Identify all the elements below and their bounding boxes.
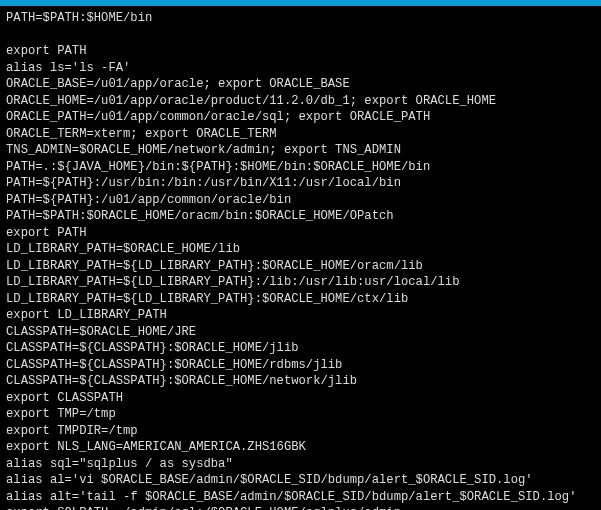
- terminal-line: ORACLE_TERM=xterm; export ORACLE_TERM: [6, 126, 595, 143]
- terminal-line: export SQLPATH=~/admin/sql:/$ORACLE_HOME…: [6, 505, 595, 510]
- terminal-line: CLASSPATH=${CLASSPATH}:$ORACLE_HOME/rdbm…: [6, 357, 595, 374]
- terminal-window: PATH=$PATH:$HOME/binexport PATHalias ls=…: [0, 0, 601, 510]
- terminal-line: alias alt='tail -f $ORACLE_BASE/admin/$O…: [6, 489, 595, 506]
- terminal-line: export PATH: [6, 43, 595, 60]
- terminal-line: export TMPDIR=/tmp: [6, 423, 595, 440]
- terminal-line: PATH=${PATH}:/u01/app/common/oracle/bin: [6, 192, 595, 209]
- terminal-line: LD_LIBRARY_PATH=$ORACLE_HOME/lib: [6, 241, 595, 258]
- terminal-line: export CLASSPATH: [6, 390, 595, 407]
- terminal-line: PATH=${PATH}:/usr/bin:/bin:/usr/bin/X11:…: [6, 175, 595, 192]
- terminal-line: ORACLE_HOME=/u01/app/oracle/product/11.2…: [6, 93, 595, 110]
- terminal-line: CLASSPATH=${CLASSPATH}:$ORACLE_HOME/jlib: [6, 340, 595, 357]
- terminal-line: export NLS_LANG=AMERICAN_AMERICA.ZHS16GB…: [6, 439, 595, 456]
- terminal-line: alias ls='ls -FA': [6, 60, 595, 77]
- terminal-line: export PATH: [6, 225, 595, 242]
- terminal-line: CLASSPATH=$ORACLE_HOME/JRE: [6, 324, 595, 341]
- terminal-line: alias sql="sqlplus / as sysdba": [6, 456, 595, 473]
- terminal-line: PATH=.:${JAVA_HOME}/bin:${PATH}:$HOME/bi…: [6, 159, 595, 176]
- terminal-line: LD_LIBRARY_PATH=${LD_LIBRARY_PATH}:$ORAC…: [6, 258, 595, 275]
- terminal-line: alias al='vi $ORACLE_BASE/admin/$ORACLE_…: [6, 472, 595, 489]
- terminal-line: TNS_ADMIN=$ORACLE_HOME/network/admin; ex…: [6, 142, 595, 159]
- terminal-line: CLASSPATH=${CLASSPATH}:$ORACLE_HOME/netw…: [6, 373, 595, 390]
- terminal-line: export TMP=/tmp: [6, 406, 595, 423]
- terminal-line: export LD_LIBRARY_PATH: [6, 307, 595, 324]
- terminal-line: ORACLE_BASE=/u01/app/oracle; export ORAC…: [6, 76, 595, 93]
- terminal-line: LD_LIBRARY_PATH=${LD_LIBRARY_PATH}:$ORAC…: [6, 291, 595, 308]
- terminal-line: ORACLE_PATH=/u01/app/common/oracle/sql; …: [6, 109, 595, 126]
- terminal-line: [6, 27, 595, 44]
- terminal-line: PATH=$PATH:$ORACLE_HOME/oracm/bin:$ORACL…: [6, 208, 595, 225]
- terminal-line: LD_LIBRARY_PATH=${LD_LIBRARY_PATH}:/lib:…: [6, 274, 595, 291]
- terminal-line: PATH=$PATH:$HOME/bin: [6, 10, 595, 27]
- terminal-body[interactable]: PATH=$PATH:$HOME/binexport PATHalias ls=…: [0, 6, 601, 510]
